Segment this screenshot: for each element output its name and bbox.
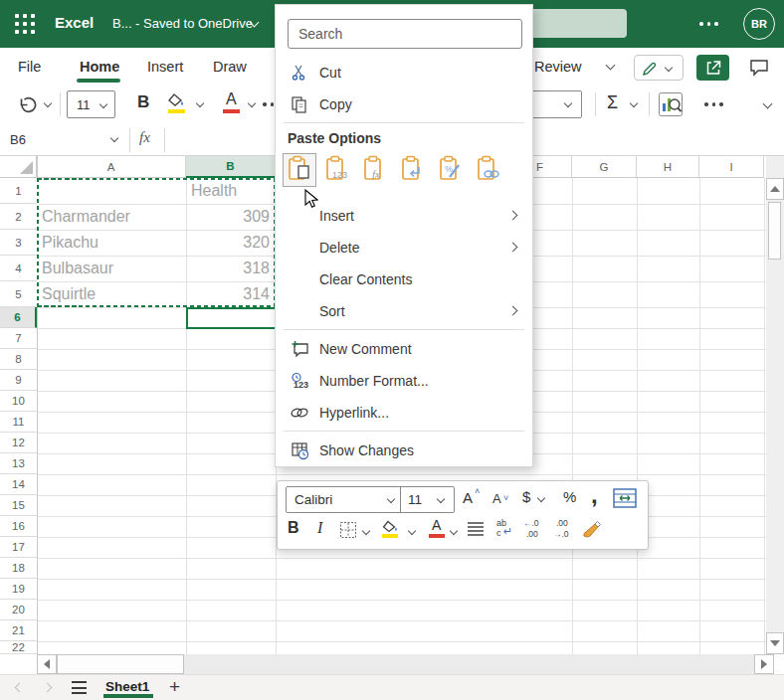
row-header-13[interactable]: 13 <box>0 453 37 474</box>
increase-decimal-button[interactable]: .00→.0 <box>553 517 579 541</box>
mini-font-color-chevron-icon[interactable] <box>450 527 458 535</box>
avatar[interactable]: BR <box>743 8 775 40</box>
row-header-11[interactable]: 11 <box>0 412 37 433</box>
menu-item-hyperlink[interactable]: Hyperlink... <box>276 397 532 429</box>
format-painter-button[interactable] <box>581 519 603 539</box>
add-sheet-button[interactable]: + <box>169 676 180 698</box>
toolbar-overflow-right[interactable] <box>704 102 723 106</box>
font-color-chevron-icon[interactable] <box>248 99 256 107</box>
menu-item-number-format[interactable]: 123Number Format... <box>276 365 532 397</box>
grow-font-button[interactable]: A˄ <box>463 489 473 506</box>
merge-cells-button[interactable] <box>613 488 637 508</box>
font-size-dropdown[interactable]: 11 <box>67 90 115 118</box>
document-title[interactable]: B... - Saved to OneDrive <box>112 16 253 31</box>
collapse-ribbon-chevron-icon[interactable] <box>763 99 773 109</box>
fill-color-chevron-icon[interactable] <box>196 99 204 107</box>
tab-draw[interactable]: Draw <box>213 48 247 85</box>
row-header-12[interactable]: 12 <box>0 433 37 453</box>
autosum-button[interactable]: Σ <box>607 92 618 113</box>
menu-item-copy[interactable]: Copy <box>276 88 532 120</box>
font-color-button[interactable]: A <box>223 90 243 116</box>
vertical-scrollbar[interactable] <box>766 156 784 654</box>
tab-file[interactable]: File <box>18 48 41 85</box>
share-button[interactable] <box>696 55 729 81</box>
row-header-20[interactable]: 20 <box>0 600 37 620</box>
borders-chevron-icon[interactable] <box>362 527 370 535</box>
more-tabs-chevron-icon[interactable] <box>606 61 616 71</box>
editing-mode-button[interactable] <box>634 55 684 81</box>
column-header-G[interactable]: G <box>572 156 637 178</box>
menu-item-cut[interactable]: Cut <box>276 57 532 88</box>
scroll-left-button[interactable] <box>37 654 57 674</box>
font-name-dropdown[interactable]: Calibri11 <box>286 486 455 513</box>
scroll-down-button[interactable] <box>766 632 784 654</box>
menu-item-delete[interactable]: Delete <box>276 232 532 263</box>
currency-button[interactable]: $ <box>522 488 530 505</box>
row-header-15[interactable]: 15 <box>0 495 37 516</box>
menu-item-new-comment[interactable]: New Comment <box>276 333 532 365</box>
menu-item-clear-contents[interactable]: Clear Contents <box>276 263 532 295</box>
paste-formatting-button[interactable]: % <box>434 153 468 187</box>
paste-button[interactable] <box>283 153 316 187</box>
fill-color-button[interactable] <box>167 92 189 116</box>
row-header-16[interactable]: 16 <box>0 516 37 537</box>
shrink-font-button[interactable]: A˅ <box>492 491 501 506</box>
horizontal-scrollbar[interactable] <box>37 654 774 674</box>
next-sheet-icon[interactable] <box>43 683 53 693</box>
tab-review[interactable]: Review <box>534 48 582 85</box>
app-launcher-icon[interactable] <box>15 14 35 34</box>
active-cell-outline[interactable] <box>186 307 277 329</box>
currency-chevron-icon[interactable] <box>537 494 545 502</box>
undo-chevron-icon[interactable] <box>44 99 52 107</box>
menu-item-sort[interactable]: Sort <box>276 295 532 327</box>
bold-button[interactable]: B <box>137 92 149 112</box>
row-header-19[interactable]: 19 <box>0 579 37 600</box>
paste-transpose-button[interactable] <box>396 153 430 187</box>
row-header-18[interactable]: 18 <box>0 558 37 579</box>
row-header-4[interactable]: 4 <box>0 256 37 281</box>
paste-formulas-button[interactable]: fx <box>358 153 392 187</box>
mini-fill-chevron-icon[interactable] <box>408 527 416 535</box>
column-header-H[interactable]: H <box>637 156 699 178</box>
row-header-2[interactable]: 2 <box>0 204 37 230</box>
select-all-corner[interactable] <box>0 156 37 178</box>
row-header-5[interactable]: 5 <box>0 281 37 307</box>
row-header-3[interactable]: 3 <box>0 230 37 256</box>
decrease-decimal-button[interactable]: ←.0.00 <box>523 517 549 541</box>
undo-button[interactable] <box>17 94 38 114</box>
comments-button[interactable] <box>743 55 775 81</box>
autosum-chevron-icon[interactable] <box>630 99 638 107</box>
mini-font-color-button[interactable]: A <box>429 517 447 541</box>
row-header-1[interactable]: 1 <box>0 178 37 204</box>
borders-button[interactable] <box>339 521 357 539</box>
mini-italic-button[interactable]: I <box>317 519 322 537</box>
mini-fill-color-button[interactable] <box>382 519 404 541</box>
header-more-button[interactable] <box>699 22 718 26</box>
prev-sheet-icon[interactable] <box>15 683 25 693</box>
paste-link-button[interactable] <box>472 153 505 187</box>
row-header-17[interactable]: 17 <box>0 537 37 558</box>
row-header-9[interactable]: 9 <box>0 370 37 391</box>
align-button[interactable] <box>467 521 485 537</box>
fx-button[interactable]: fx <box>139 129 150 146</box>
column-header-A[interactable]: A <box>37 156 186 178</box>
column-header-B[interactable]: B <box>186 156 276 178</box>
percent-button[interactable]: % <box>563 488 576 505</box>
sheet-tab-sheet1[interactable]: Sheet1 <box>105 679 149 694</box>
row-header-7[interactable]: 7 <box>0 328 37 349</box>
analyze-data-button[interactable] <box>658 91 684 117</box>
scroll-right-button[interactable] <box>754 654 774 674</box>
row-header-14[interactable]: 14 <box>0 474 37 495</box>
row-header-21[interactable]: 21 <box>0 620 37 641</box>
menu-search-input[interactable]: Search <box>288 19 522 49</box>
name-box[interactable]: B6 <box>0 124 129 155</box>
vertical-scroll-thumb[interactable] <box>768 202 781 260</box>
row-header-22[interactable]: 22 <box>0 641 37 654</box>
row-header-8[interactable]: 8 <box>0 349 37 370</box>
paste-values-button[interactable]: 123 <box>320 153 354 187</box>
all-sheets-menu-icon[interactable] <box>72 681 87 694</box>
comma-button[interactable]: , <box>591 481 598 509</box>
horizontal-scroll-thumb[interactable] <box>57 654 184 674</box>
row-header-10[interactable]: 10 <box>0 391 37 412</box>
menu-item-show-changes[interactable]: Show Changes <box>276 435 532 466</box>
